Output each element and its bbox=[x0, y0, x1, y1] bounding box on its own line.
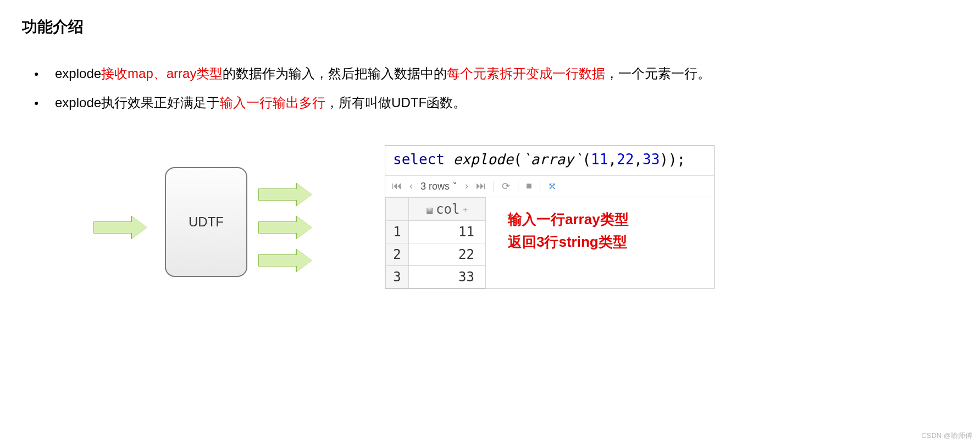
table-row: 3 33 bbox=[386, 266, 486, 288]
bullet-item: explode接收map、array类型的数据作为输入，然后把输入数据中的每个元… bbox=[22, 59, 958, 88]
section-heading: 功能介绍 bbox=[22, 16, 958, 37]
index-header bbox=[386, 197, 409, 221]
sql-code: select explode(`array`(11,22,33)); bbox=[385, 146, 714, 176]
prev-page-icon[interactable]: ‹ bbox=[409, 180, 413, 192]
code-result-panel: select explode(`array`(11,22,33)); ⏮ ‹ 3… bbox=[385, 145, 715, 290]
udtf-diagram: UDTF bbox=[55, 145, 341, 288]
refresh-icon[interactable]: ⟳ bbox=[502, 180, 510, 192]
annotation-line: 输入一行array类型 bbox=[508, 208, 629, 231]
table-row: 2 22 bbox=[386, 243, 486, 266]
number: 33 bbox=[643, 151, 660, 168]
text: ，一个元素一行。 bbox=[605, 66, 711, 81]
arrow-output bbox=[258, 217, 312, 238]
punct: , bbox=[634, 151, 643, 168]
function-name: explode bbox=[453, 151, 514, 168]
udtf-box: UDTF bbox=[165, 167, 247, 277]
number: 22 bbox=[617, 151, 634, 168]
table-row: 1 11 bbox=[386, 221, 486, 243]
arrow-output bbox=[258, 184, 312, 206]
next-page-icon[interactable]: › bbox=[465, 180, 468, 192]
number: 11 bbox=[591, 151, 608, 168]
row-index: 2 bbox=[386, 243, 409, 266]
punct: )); bbox=[660, 151, 685, 168]
annotation-line: 返回3行string类型 bbox=[508, 231, 629, 254]
row-index: 1 bbox=[386, 221, 409, 243]
cell-value: 33 bbox=[409, 266, 486, 288]
result-table: ▦ col ÷ 1 11 2 22 3 33 bbox=[385, 197, 486, 289]
text-highlight: 每个元素拆开变成一行数据 bbox=[447, 66, 605, 81]
column-header[interactable]: ▦ col ÷ bbox=[409, 197, 486, 221]
text: explode执行效果正好满足于 bbox=[55, 95, 220, 110]
punct: ( bbox=[582, 151, 591, 168]
arrow-input bbox=[93, 217, 147, 238]
stop-icon[interactable]: ■ bbox=[526, 180, 532, 192]
punct: , bbox=[608, 151, 617, 168]
keyword: select bbox=[393, 151, 445, 168]
text: 的数据作为输入，然后把输入数据中的 bbox=[223, 66, 447, 81]
cell-value: 11 bbox=[409, 221, 486, 243]
bullet-list: explode接收map、array类型的数据作为输入，然后把输入数据中的每个元… bbox=[22, 59, 958, 118]
column-name: col bbox=[436, 202, 459, 217]
sort-icon[interactable]: ÷ bbox=[463, 205, 467, 214]
annotation: 输入一行array类型 返回3行string类型 bbox=[486, 197, 634, 254]
function-name: `array` bbox=[522, 151, 583, 168]
bullet-item: explode执行效果正好满足于输入一行输出多行，所有叫做UDTF函数。 bbox=[22, 88, 958, 118]
text-highlight: 接收map、array类型 bbox=[101, 66, 223, 81]
last-page-icon[interactable]: ⏭ bbox=[476, 180, 486, 192]
export-icon[interactable]: ⤱ bbox=[548, 180, 556, 192]
result-toolbar: ⏮ ‹ 3 rows ˅ › ⏭ ⟳ ■ ⤱ bbox=[385, 176, 714, 197]
row-index: 3 bbox=[386, 266, 409, 288]
text: explode bbox=[55, 66, 101, 81]
column-icon: ▦ bbox=[427, 204, 433, 215]
arrow-output bbox=[258, 249, 312, 271]
text-highlight: 输入一行输出多行 bbox=[220, 95, 325, 110]
cell-value: 22 bbox=[409, 243, 486, 266]
rows-count[interactable]: 3 rows ˅ bbox=[420, 180, 457, 192]
punct: ( bbox=[513, 151, 522, 168]
text: ，所有叫做UDTF函数。 bbox=[325, 95, 466, 110]
first-page-icon[interactable]: ⏮ bbox=[392, 180, 402, 192]
